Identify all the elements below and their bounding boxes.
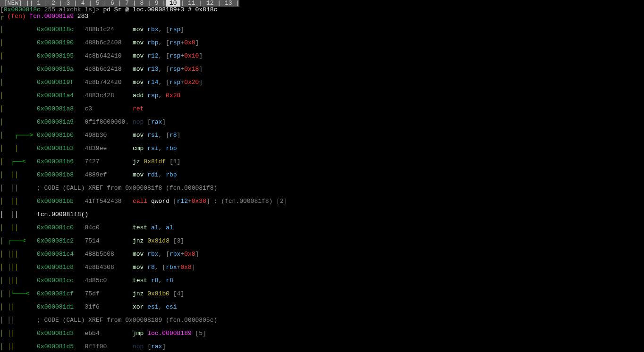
address: 0x0000818c — [37, 26, 74, 33]
asm-line: │ 0x00008195 4c8b642410 mov r12, [rsp+0x… — [0, 53, 644, 59]
asm-line: │ ┌───> 0x000081b0 498b30 mov rsi, [r8] — [0, 132, 644, 139]
address: 0x000081a8 — [37, 105, 74, 112]
address: 0x000081a9 — [37, 118, 74, 126]
address: 0x000081b6 — [37, 158, 74, 165]
address: 0x000081cc — [37, 277, 74, 284]
xref-comment: │ ││ ; CODE (CALL) XREF from 0x000081f8 … — [0, 185, 644, 192]
asm-line: │ ││ 0x000081b8 4889ef mov rdi, rbp — [0, 172, 644, 178]
xref-comment: │ ││ ; CODE (CALL) XREF from 0x00008189 … — [0, 317, 644, 324]
asm-line: │ 0x000081a8 c3 ret — [0, 106, 644, 112]
asm-line: │ │ 0x000081b3 4839ee cmp rsi, rbp — [0, 145, 644, 152]
asm-line: │ 0x000081a9 0f1f8000000. nop [rax] — [0, 119, 644, 126]
asm-line: │ │││ 0x000081cc 4d85c0 test r8, r8 — [0, 277, 644, 284]
address: 0x000081a4 — [37, 92, 74, 99]
asm-line: │ ┌──< 0x000081b6 7427 jz 0x81df [1] — [0, 159, 644, 165]
asm-line: │ │││ 0x000081c8 4c8b4308 mov r8, [rbx+0… — [0, 264, 644, 271]
asm-line: │ │└───< 0x000081cf 75df jnz 0x81b0 [4] — [0, 291, 644, 297]
address: 0x000081b3 — [37, 145, 74, 152]
asm-line: │ 0x0000819f 4c8b742420 mov r14, [rsp+0x… — [0, 79, 644, 86]
address: 0x000081d3 — [37, 330, 74, 337]
asm-line: │ ││ 0x000081d3 ebb4 jmp loc.00008189 [5… — [0, 330, 644, 337]
asm-line: │ 0x0000819a 4c8b6c2418 mov r13, [rsp+0x… — [0, 66, 644, 73]
address: 0x000081b0 — [37, 132, 74, 139]
asm-line: │ │││ 0x000081c4 488b5b08 mov rbx, [rbx+… — [0, 251, 644, 258]
asm-line: │ ││ 0x000081bb 41ff542438 call qword [r… — [0, 198, 644, 205]
asm-line: │ 0x0000818c 488b1c24 mov rbx, [rsp] — [0, 26, 644, 33]
address: 0x000081c4 — [37, 251, 74, 258]
address: 0x000081c8 — [37, 264, 74, 271]
address: 0x000081d1 — [37, 303, 74, 310]
asm-line: │ ││ 0x000081c0 84c0 test al, al — [0, 225, 644, 231]
tab-bar[interactable]: [NEW] || 1 | 2 | 3 | 4 | 5 | 6 | 7 | 8 |… — [0, 0, 239, 7]
fcn-call-label: │ ││ fcn.000081f8() — [0, 211, 644, 218]
asm-line: │ ││ 0x000081d1 31f6 xor esi, esi — [0, 304, 644, 310]
address: 0x0000819a — [37, 66, 74, 73]
fcn-header: ┌ (fcn) fcn.000081a9 283 — [0, 13, 644, 20]
terminal-output: [NEW] || 1 | 2 | 3 | 4 | 5 | 6 | 7 | 8 |… — [0, 0, 644, 352]
address: 0x000081c0 — [37, 224, 74, 231]
address: 0x00008195 — [37, 52, 74, 59]
address: 0x00008190 — [37, 39, 74, 46]
address: 0x000081d5 — [37, 343, 74, 350]
address: 0x0000819f — [37, 79, 74, 86]
asm-line: │ 0x000081a4 4883c428 add rsp, 0x28 — [0, 92, 644, 99]
address: 0x000081b8 — [37, 171, 74, 178]
asm-line: │ ┌───< 0x000081c2 7514 jnz 0x81d8 [3] — [0, 238, 644, 244]
asm-line: │ 0x00008190 488b6c2408 mov rbp, [rsp+0x… — [0, 40, 644, 46]
address: 0x000081c2 — [37, 237, 74, 244]
prompt[interactable]: [0x0000818c 255 alxchk_ls]> pd $r @ loc.… — [0, 6, 217, 13]
asm-line: │ ││ 0x000081d5 0f1f00 nop [rax] — [0, 344, 644, 350]
address: 0x000081bb — [37, 198, 74, 205]
address: 0x000081cf — [37, 290, 74, 297]
tab-active[interactable]: 10 — [166, 0, 180, 7]
